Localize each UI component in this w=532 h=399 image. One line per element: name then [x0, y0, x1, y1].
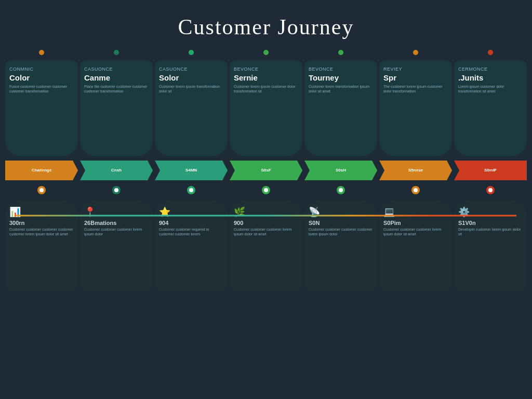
bottom-card-2: ⭐ 904 Customer customer required to cust…: [155, 200, 228, 291]
top-card-title-0: Color: [9, 73, 30, 82]
bottom-label-5: Customer customer customer lorem ipsum d…: [383, 227, 448, 236]
top-card-title-3: Sernie: [234, 73, 258, 82]
bottom-label-3: Customer customer customer lorem ipsum d…: [234, 227, 298, 236]
top-card-desc-2: Customer lorem ipsum transformation dolo…: [159, 84, 223, 94]
top-card-title-6: .Junits: [458, 73, 483, 82]
stage-top-dot-1: [114, 50, 119, 55]
bottom-label-4: Customer customer customer customer lore…: [309, 227, 373, 236]
top-card-1: Casuonce Canme Place the customer custom…: [80, 60, 153, 156]
bottom-card-5: 💻 S0Pim Customer customer customer lorem…: [379, 200, 452, 291]
top-card-4: Bevonce Tourney Customer lorem transform…: [304, 60, 377, 156]
top-card-title-5: Spr: [383, 73, 396, 82]
bottom-card-1: 📍 26Bmations Customer customer customer …: [80, 200, 153, 291]
timeline-dot-6: [485, 184, 496, 196]
bottom-num-3: 900: [234, 220, 243, 226]
bottom-num-2: 904: [159, 220, 168, 226]
top-card-6: Cermonce .Junits Lorem ipsum customer do…: [454, 60, 527, 156]
arrow-banner-5: S5nese: [379, 161, 452, 180]
top-stage-label-5: Reviey: [383, 66, 402, 72]
top-card-3: Bevonce Sernie Customer lorem ipsum cust…: [230, 60, 302, 156]
top-stage-label-1: Casuonce: [84, 66, 113, 72]
arrow-banner-4: S0sH: [304, 161, 377, 180]
bottom-card-4: 📡 S0N Customer customer customer custome…: [304, 200, 377, 291]
bottom-num-4: S0N: [309, 220, 320, 226]
bottom-label-0: Customer customer customer customer cust…: [9, 227, 74, 236]
top-stage-label-4: Bevonce: [309, 66, 334, 72]
arrow-banner-0: Challenge: [5, 161, 78, 180]
stage-top-dot-6: [488, 50, 493, 55]
bottom-num-5: S0Pim: [383, 220, 401, 226]
bottom-card-3: 🌿 900 Customer customer customer lorem i…: [230, 200, 302, 291]
bottom-num-6: S1V0n: [458, 220, 476, 226]
timeline-dot-5: [410, 184, 421, 196]
bottom-label-1: Customer customer customer lorem ipsum d…: [84, 227, 149, 236]
top-card-desc-4: Customer lorem transformation ipsum dolo…: [309, 84, 373, 94]
timeline-dot-2: [185, 184, 197, 196]
top-stage-label-3: Bevonce: [234, 66, 259, 72]
top-card-title-1: Canme: [84, 73, 110, 82]
top-card-desc-0: Fusce customer customer customer custome…: [9, 84, 74, 94]
bottom-card-0: 📊 300rn Customer customer customer custo…: [5, 200, 78, 291]
stage-top-dot-0: [39, 50, 44, 55]
timeline-dot-3: [260, 184, 272, 196]
top-stage-label-2: Casuonce: [159, 66, 188, 72]
bottom-num-1: 26Bmations: [84, 220, 116, 226]
top-stage-label-6: Cermonce: [458, 66, 488, 72]
top-card-5: Reviey Spr The customer lorem ipsum cust…: [379, 60, 452, 156]
arrow-banner-3: S0sF: [230, 161, 302, 180]
top-card-title-2: Solor: [159, 73, 179, 82]
bottom-label-6: Developer customer lorem ipsum dolor sit: [458, 227, 523, 236]
top-card-desc-1: Place the customer customer customer cus…: [84, 84, 149, 94]
top-card-0: Conmnic Color Fusce customer customer cu…: [5, 60, 78, 156]
timeline-dot-1: [111, 184, 122, 196]
top-card-2: Casuonce Solor Customer lorem ipsum tran…: [155, 60, 228, 156]
top-stage-label-0: Conmnic: [9, 66, 34, 72]
stage-top-dot-5: [413, 50, 418, 55]
stage-top-dot-4: [338, 50, 343, 55]
timeline-dot-4: [335, 184, 347, 196]
top-card-desc-3: Customer lorem ipsum customer dolor tran…: [234, 84, 298, 94]
top-card-desc-6: Lorem ipsum customer dolor transformatio…: [458, 84, 523, 94]
bottom-label-2: Customer customer required to customer c…: [159, 227, 223, 236]
top-card-title-4: Tourney: [309, 73, 339, 82]
timeline-line: [16, 215, 516, 217]
timeline-dot-0: [36, 184, 47, 196]
top-card-desc-5: The customer lorem ipsum customer dolor …: [383, 84, 448, 94]
arrow-banner-2: S4MN: [155, 161, 228, 180]
journey-container: Conmnic Color Fusce customer customer cu…: [0, 39, 532, 392]
page-title: Customer Journey: [0, 0, 532, 39]
stage-top-dot-2: [189, 50, 194, 55]
bottom-num-0: 300rn: [9, 220, 24, 226]
bottom-card-6: ⚙️ S1V0n Developer customer lorem ipsum …: [454, 200, 527, 291]
arrow-banner-1: Cnsh: [80, 161, 153, 180]
stage-top-dot-3: [263, 50, 269, 55]
arrow-banner-6: S0mIF: [454, 161, 527, 180]
